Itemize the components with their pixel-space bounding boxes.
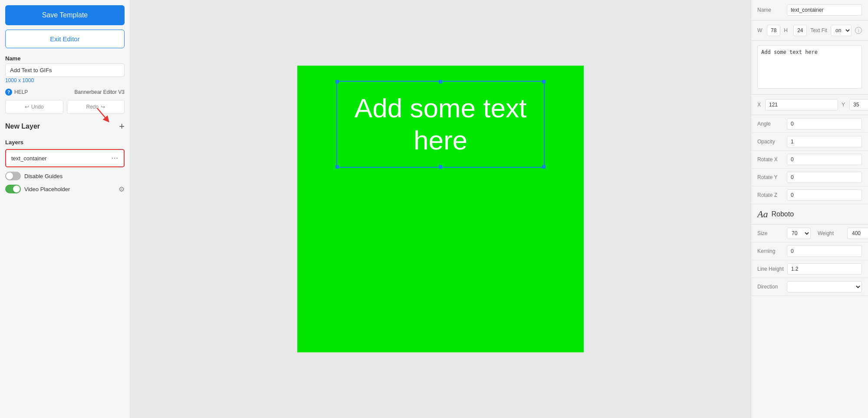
handle-bottom-middle[interactable] [439, 165, 442, 169]
font-icon: Aa [757, 209, 768, 220]
wh-prop-section: W H Text Fit on off i [751, 20, 868, 41]
opacity-input[interactable] [787, 136, 862, 147]
rotate-z-input[interactable] [787, 189, 862, 201]
handle-bottom-right[interactable] [542, 165, 546, 169]
video-placeholder-row: Video Placeholder ⚙ [5, 185, 125, 193]
size-weight-row: Size 70 Weight 400 [751, 225, 868, 242]
new-layer-label: New Layer [5, 123, 40, 130]
disable-guides-row: Disable Guides [5, 172, 125, 180]
exit-editor-button[interactable]: Exit Editor [5, 30, 125, 48]
video-settings-button[interactable]: ⚙ [118, 185, 125, 193]
line-height-label: Line Height [757, 266, 784, 272]
size-select[interactable]: 70 [787, 228, 811, 239]
canvas-text: Add some text here [337, 92, 544, 157]
rotate-y-label: Rotate Y [757, 174, 783, 180]
xy-row: X Y [757, 99, 862, 110]
disable-guides-label: Disable Guides [24, 173, 62, 179]
toggle-knob-video [13, 186, 20, 192]
kerning-label: Kerning [757, 248, 783, 254]
x-input[interactable] [765, 99, 838, 110]
name-prop-row: Name [757, 4, 862, 16]
arrow-indicator [95, 106, 112, 125]
add-layer-button[interactable]: + [119, 122, 125, 131]
rotate-x-row: Rotate X [751, 151, 868, 169]
y-input[interactable] [849, 99, 868, 110]
layer-item-text-container[interactable]: text_container ··· [5, 149, 125, 167]
help-row: ? HELP Bannerbear Editor V3 [5, 89, 125, 96]
height-input[interactable] [793, 25, 807, 36]
text-fit-info-icon[interactable]: i [855, 27, 862, 34]
opacity-row: Opacity [751, 133, 868, 151]
font-name: Roboto [771, 210, 794, 218]
h-label: H [784, 27, 790, 33]
name-section-label: Name [5, 55, 125, 62]
help-label: HELP [14, 89, 28, 95]
editor-version-label: Bannerbear Editor V3 [75, 89, 125, 95]
w-label: W [757, 27, 763, 33]
new-layer-section: New Layer + [5, 118, 125, 135]
size-label: Size [757, 230, 783, 236]
font-row: Aa Roboto [751, 204, 868, 225]
undo-icon: ↩ [25, 104, 29, 110]
svg-line-1 [97, 108, 107, 120]
video-placeholder-left: Video Placeholder [5, 185, 70, 193]
direction-select[interactable]: ltr rtl [787, 281, 862, 292]
name-prop-label: Name [757, 7, 783, 13]
rotate-y-row: Rotate Y [751, 169, 868, 186]
layer-menu-dots[interactable]: ··· [112, 154, 118, 162]
text-selection-box[interactable]: Add some text here [336, 81, 545, 168]
handle-top-middle[interactable] [439, 80, 442, 83]
angle-row: Angle [751, 115, 868, 133]
handle-top-right[interactable] [542, 80, 546, 83]
rotate-z-row: Rotate Z [751, 186, 868, 204]
name-section: Name 1000 x 1000 [5, 53, 125, 84]
left-sidebar: Save Template Exit Editor Name 1000 x 10… [0, 0, 130, 418]
help-badge[interactable]: ? HELP [5, 89, 28, 96]
rotate-z-label: Rotate Z [757, 192, 783, 198]
canvas-background[interactable]: Add some text here [297, 66, 584, 352]
x-label: X [757, 102, 763, 108]
dimensions-link[interactable]: 1000 x 1000 [5, 77, 34, 83]
direction-row: Direction ltr rtl [751, 278, 868, 296]
text-fit-select[interactable]: on off [831, 25, 852, 36]
layers-section: Layers text_container ··· [5, 139, 125, 167]
name-prop-section: Name [751, 0, 868, 20]
weight-label: Weight [818, 230, 844, 236]
template-name-input[interactable] [5, 63, 125, 77]
y-group: Y [842, 99, 868, 110]
wh-row: W H Text Fit on off i [757, 25, 862, 36]
rotate-x-input[interactable] [787, 154, 862, 165]
disable-guides-toggle[interactable] [5, 172, 21, 180]
x-group: X [757, 99, 838, 110]
opacity-label: Opacity [757, 139, 783, 145]
line-height-input[interactable] [787, 263, 862, 275]
toggle-knob [6, 173, 13, 179]
xy-section: X Y [751, 95, 868, 115]
weight-select[interactable]: 400 [847, 228, 868, 239]
main-canvas: Add some text here [130, 0, 751, 418]
y-label: Y [842, 102, 848, 108]
handle-top-left[interactable] [335, 80, 339, 83]
video-placeholder-label: Video Placeholder [24, 186, 70, 192]
layer-name: text_container [11, 155, 47, 162]
direction-label: Direction [757, 284, 783, 290]
save-template-button[interactable]: Save Template [5, 5, 125, 25]
undo-button[interactable]: ↩ Undo [5, 100, 63, 114]
angle-label: Angle [757, 121, 783, 127]
rotate-x-label: Rotate X [757, 156, 783, 163]
kerning-row: Kerning [751, 242, 868, 260]
help-icon: ? [5, 89, 12, 96]
text-content-input[interactable]: Add some text here [757, 45, 862, 89]
text-content-section: Add some text here [751, 41, 868, 95]
width-input[interactable] [767, 25, 780, 36]
kerning-input[interactable] [787, 245, 862, 257]
video-placeholder-toggle[interactable] [5, 185, 21, 193]
line-height-row: Line Height [751, 260, 868, 278]
layers-section-label: Layers [5, 139, 125, 146]
handle-bottom-left[interactable] [335, 165, 339, 169]
angle-input[interactable] [787, 118, 862, 129]
right-sidebar: Name W H Text Fit on off i Add some text… [751, 0, 868, 418]
rotate-y-input[interactable] [787, 172, 862, 183]
undo-label: Undo [31, 104, 44, 110]
layer-name-input[interactable] [787, 4, 862, 16]
